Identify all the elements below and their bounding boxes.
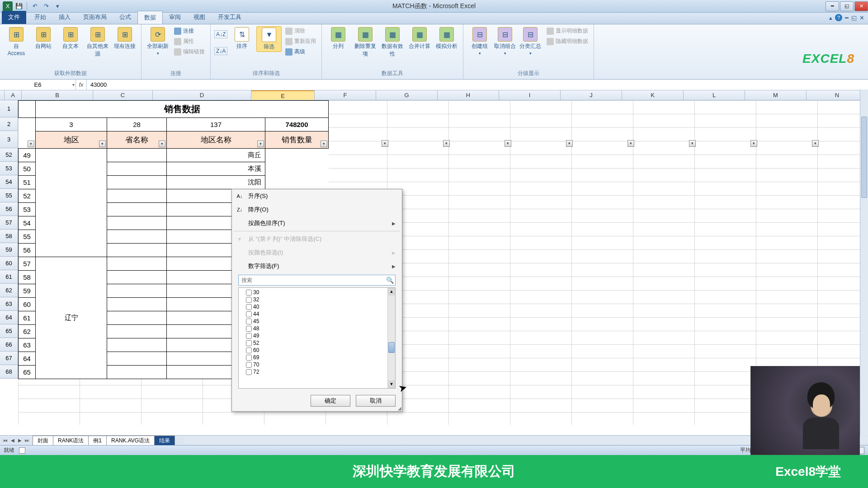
outline-分类汇总[interactable]: ⊟分类汇总▾: [518, 26, 543, 56]
select-all-corner[interactable]: [0, 90, 5, 100]
cell[interactable]: [107, 284, 167, 298]
cell[interactable]: [107, 311, 167, 325]
scroll-down-icon[interactable]: ▼: [388, 380, 395, 388]
cell[interactable]: 51: [19, 176, 36, 189]
row-header-63[interactable]: 63: [0, 297, 18, 311]
row-header-57[interactable]: 57: [0, 216, 18, 230]
filter-dropdown[interactable]: ▾: [382, 140, 388, 147]
filter-button[interactable]: ▼筛选: [256, 26, 282, 52]
scroll-thumb[interactable]: [388, 342, 395, 353]
cell[interactable]: [107, 203, 167, 216]
advanced-filter-button[interactable]: 高级: [283, 47, 318, 56]
cell[interactable]: [107, 230, 167, 244]
cell[interactable]: 52: [19, 189, 36, 203]
filter-item-44[interactable]: 44: [241, 310, 385, 318]
ext-自 Access[interactable]: ⊞自 Access: [4, 26, 29, 57]
row-header-52[interactable]: 52: [0, 148, 18, 162]
cell[interactable]: [36, 149, 107, 257]
tool-删除重复项[interactable]: ▦删除重复项: [353, 26, 378, 59]
filter-item-69[interactable]: 69: [241, 354, 385, 361]
restore-button[interactable]: ◱: [840, 1, 854, 11]
sort-button[interactable]: ⇅排序: [229, 26, 255, 51]
outline-创建组[interactable]: ⊟创建组▾: [467, 26, 492, 56]
row-header-67[interactable]: 67: [0, 352, 18, 365]
col-header-F[interactable]: F: [315, 90, 376, 100]
number-filters-item[interactable]: 数字筛选(F)▶: [232, 259, 402, 273]
filter-dropdown[interactable]: ▾: [443, 140, 450, 147]
checkbox[interactable]: [246, 290, 252, 296]
filter-dropdown[interactable]: ▾: [566, 140, 573, 147]
cell[interactable]: 53: [19, 203, 36, 216]
checkbox[interactable]: [246, 304, 252, 310]
checkbox[interactable]: [246, 319, 252, 324]
checkbox[interactable]: [246, 297, 252, 303]
filter-dropdown[interactable]: ▾: [321, 141, 327, 147]
col-header-A[interactable]: A: [5, 90, 22, 100]
cell[interactable]: 54: [19, 216, 36, 230]
checkbox[interactable]: [246, 362, 252, 368]
row-header-62[interactable]: 62: [0, 284, 18, 297]
excel-icon[interactable]: X: [3, 1, 13, 11]
filter-dropdown[interactable]: ▾: [257, 141, 264, 147]
sort-by-color-item[interactable]: 按颜色排序(T)▶: [232, 216, 402, 230]
cell[interactable]: [107, 325, 167, 338]
filter-dropdown[interactable]: ▾: [99, 141, 106, 147]
filter-item-45[interactable]: 45: [241, 318, 385, 325]
sort-desc-icon[interactable]: Z↓A: [214, 47, 227, 55]
ok-button[interactable]: 确定: [311, 395, 350, 407]
cell[interactable]: 60: [19, 298, 36, 311]
row-header-68[interactable]: 68: [0, 365, 18, 379]
checkbox[interactable]: [246, 369, 252, 375]
tool-分列[interactable]: ▦分列: [326, 26, 351, 51]
ext-自网站[interactable]: ⊞自网站: [31, 26, 56, 51]
cell[interactable]: [107, 338, 167, 352]
tab-插入[interactable]: 插入: [52, 11, 77, 24]
name-box[interactable]: E6▾: [0, 80, 76, 90]
filter-dropdown[interactable]: ▾: [812, 140, 819, 147]
row-header-54[interactable]: 54: [0, 175, 18, 189]
cell[interactable]: [107, 189, 167, 203]
qat-customize-icon[interactable]: ▾: [52, 1, 62, 11]
col-header-L[interactable]: L: [684, 90, 745, 100]
filter-item-52[interactable]: 52: [241, 339, 385, 347]
col-header-G[interactable]: G: [376, 90, 438, 100]
cell[interactable]: 137: [167, 118, 265, 131]
filter-dropdown[interactable]: ▾: [689, 140, 696, 147]
tab-开始[interactable]: 开始: [28, 11, 52, 24]
row-header-55[interactable]: 55: [0, 189, 18, 202]
cell[interactable]: 59: [19, 284, 36, 298]
filter-item-49[interactable]: 49: [241, 332, 385, 339]
sheet-nav[interactable]: ⏮◀▶⏭: [2, 438, 31, 443]
filter-dropdown[interactable]: ▾: [505, 140, 511, 147]
filter-dropdown[interactable]: ▾: [159, 141, 165, 147]
checkbox[interactable]: [246, 340, 252, 346]
col-header-D[interactable]: D: [153, 90, 251, 100]
redo-icon[interactable]: ↷: [41, 1, 51, 11]
filter-item-48[interactable]: 48: [241, 325, 385, 332]
cell[interactable]: 57: [19, 257, 36, 271]
cell[interactable]: [107, 216, 167, 230]
cell[interactable]: [107, 176, 167, 189]
ext-自文本[interactable]: ⊞自文本: [58, 26, 83, 51]
checkbox[interactable]: [246, 326, 252, 332]
close-button[interactable]: ✕: [854, 1, 868, 11]
sheet-tab-封面[interactable]: 封面: [33, 436, 53, 446]
col-header-N[interactable]: N: [807, 90, 868, 100]
cell[interactable]: [107, 271, 167, 284]
col-header-K[interactable]: K: [622, 90, 684, 100]
minimize-ribbon-icon[interactable]: ▴: [829, 14, 832, 21]
cell[interactable]: [107, 257, 167, 271]
row-header-60[interactable]: 60: [0, 257, 18, 270]
tab-数据[interactable]: 数据: [137, 11, 163, 24]
tab-开发工具[interactable]: 开发工具: [212, 11, 248, 24]
filter-item-30[interactable]: 30: [241, 289, 385, 296]
filter-item-60[interactable]: 60: [241, 347, 385, 354]
undo-icon[interactable]: ↶: [30, 1, 40, 11]
ext-自其他来源[interactable]: ⊞自其他来源: [85, 26, 110, 59]
connections-button[interactable]: 连接: [172, 26, 207, 36]
col-header-I[interactable]: I: [499, 90, 561, 100]
filter-dropdown[interactable]: ▾: [750, 140, 757, 147]
row-header-56[interactable]: 56: [0, 202, 18, 216]
row-header-53[interactable]: 53: [0, 162, 18, 175]
cell[interactable]: [107, 162, 167, 176]
